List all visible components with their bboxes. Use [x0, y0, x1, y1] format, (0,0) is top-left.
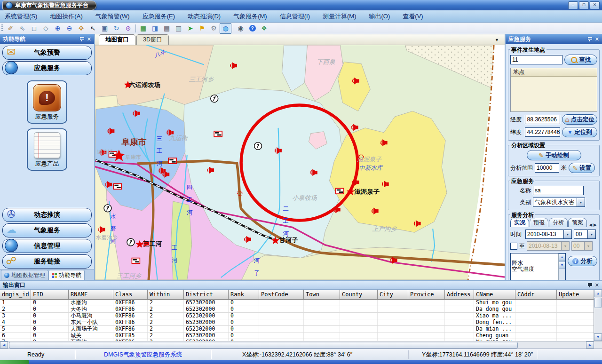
service-name-input[interactable]: sa	[533, 186, 584, 195]
dropdown-arrow-icon[interactable]: ▼	[577, 198, 585, 207]
column-header-Within[interactable]: Within	[148, 290, 184, 299]
latitude-input[interactable]: 44.22778446	[525, 127, 560, 137]
column-header-CAddr[interactable]: CAddr	[515, 290, 557, 299]
restore-button[interactable]: □	[579, 1, 589, 9]
menu-item-w[interactable]: 气象预警(W)	[95, 12, 130, 21]
table-row[interactable]: 10水磨沟0XFF8626523020000Shui mo gou	[0, 300, 594, 306]
print-preview-icon[interactable]: ▥	[173, 23, 184, 34]
table-row[interactable]: 60城关0XFF8526523020000Cheng guan	[0, 332, 594, 339]
tool-button-0[interactable]: !应急服务	[27, 80, 67, 124]
analysis-tab-1[interactable]: 预报	[530, 218, 548, 227]
start-button-fragment[interactable]	[0, 360, 29, 364]
table-row[interactable]: 40东风一小队0XFF8626523020000Dong fen...	[0, 319, 594, 326]
dropdown-arrow-icon[interactable]: ▼	[587, 229, 596, 239]
close-icon[interactable]: ✕	[595, 283, 599, 287]
menu-item-o[interactable]: 输出(O)	[369, 12, 390, 21]
menu-item-i[interactable]: 信息管理(I)	[280, 12, 310, 21]
pan-icon[interactable]: ✥	[75, 23, 87, 34]
column-header-Town[interactable]: Town	[304, 290, 340, 299]
menu-item-m[interactable]: 气象服务(M)	[233, 12, 267, 21]
place-list[interactable]: 地点	[510, 68, 597, 112]
column-header-dmgis_id[interactable]: dmgis_id	[0, 290, 31, 299]
location-search-input[interactable]: 11	[510, 55, 562, 64]
table-row[interactable]: 20大冬沟0XFF8626523020000Da dong gou	[0, 306, 594, 313]
list-item[interactable]: 空气温度	[511, 266, 558, 272]
full-extent-icon[interactable]: ▣	[99, 23, 111, 34]
toolbar-grip[interactable]	[1, 24, 3, 32]
list-scrollbar[interactable]: ▲ ▼	[558, 253, 565, 280]
help-icon[interactable]: ?	[246, 23, 258, 34]
measure-icon[interactable]: ✐	[5, 23, 16, 34]
column-header-Update[interactable]: Update	[557, 290, 594, 299]
menu-item-s[interactable]: 系统管理(S)	[5, 12, 37, 21]
map-canvas[interactable]: 六运湖农场三工河乡下西泉九运街阜康市城关镇阜康市滋泥泉子中新水库小泉牧场上户沟乡…	[95, 45, 505, 280]
vertical-scrollbar[interactable]: ▲ ▼	[594, 290, 602, 341]
column-header-County[interactable]: County	[340, 290, 378, 299]
left-tab-1[interactable]: 功能导航	[48, 270, 85, 280]
table-row[interactable]: 30小马厩沟0XFF8626523020000Xiao ma ...	[0, 313, 594, 319]
map-tab-1[interactable]: 3D窗口	[136, 34, 169, 45]
minimize-button[interactable]: –	[568, 1, 578, 9]
column-header-FID[interactable]: FID	[31, 290, 69, 299]
close-icon[interactable]: ✕	[87, 37, 91, 41]
map-tab-0[interactable]: 地图窗口	[99, 34, 135, 45]
column-header-CName[interactable]: CName	[474, 290, 515, 299]
settings-icon[interactable]: ⚙	[208, 23, 220, 34]
pin-icon[interactable]	[587, 37, 592, 41]
export-image-icon[interactable]: ◨	[149, 23, 161, 34]
globe-icon[interactable]: ◍	[220, 23, 231, 34]
tool-button-1[interactable]: 应急产品	[27, 128, 67, 171]
nav-button-bottom-1[interactable]: ☁气象服务	[2, 223, 92, 237]
scroll-thumb[interactable]	[9, 342, 518, 348]
search-button[interactable]: 查找	[564, 55, 597, 65]
horizontal-scrollbar[interactable]: ◀ ▶	[0, 341, 602, 348]
eye-icon[interactable]: ◉	[235, 23, 246, 34]
pin-icon[interactable]	[587, 283, 592, 287]
column-header-Provice[interactable]: Provice	[408, 290, 445, 299]
tab-scroll-arrows[interactable]: ◀▶	[589, 222, 597, 227]
menu-item-d[interactable]: 动态推演(D)	[188, 12, 221, 21]
table-body[interactable]: 10水磨沟0XFF8626523020000Shui mo gou20大冬沟0X…	[0, 300, 594, 341]
zoom-out-icon[interactable]: ⊖	[63, 23, 75, 34]
menu-item-e[interactable]: 应急服务(E)	[143, 12, 175, 21]
column-header-Class[interactable]: Class	[113, 290, 148, 299]
pin-icon[interactable]	[79, 37, 84, 41]
pointer-icon[interactable]: ↖	[87, 23, 99, 34]
close-icon[interactable]: ✕	[595, 37, 599, 41]
date-select[interactable]: 2010-08-13 ▼	[525, 229, 572, 239]
column-header-District[interactable]: District	[184, 290, 229, 299]
column-header-City[interactable]: City	[378, 290, 408, 299]
pin-icon[interactable]: ⚑	[196, 23, 208, 34]
close-button[interactable]: ✕	[590, 1, 600, 9]
print-icon[interactable]: ▤	[161, 23, 173, 34]
longitude-input[interactable]: 88.3625506	[525, 115, 560, 124]
to-checkbox[interactable]	[510, 243, 517, 250]
select-rect-icon[interactable]: ◻	[28, 23, 40, 34]
range-input[interactable]: 10000	[535, 163, 559, 173]
map-icon[interactable]: ▦	[137, 23, 149, 34]
analysis-tab-3[interactable]: 预案	[568, 218, 587, 227]
dropdown-arrow-icon[interactable]: ▼	[563, 229, 572, 239]
nav-button-1[interactable]: 应急服务	[2, 61, 92, 75]
select-poly-icon[interactable]: ◇	[40, 23, 52, 34]
element-list[interactable]: 降水空气温度 ▲ ▼	[510, 253, 566, 280]
menu-item-a[interactable]: 地图操作(A)	[50, 12, 82, 21]
left-tab-0[interactable]: 地图数据管理	[1, 270, 48, 280]
nav-button-0[interactable]: ✉气象预警	[2, 46, 92, 60]
refresh-icon[interactable]: ↻	[111, 23, 122, 34]
column-header-RNAME[interactable]: RNAME	[69, 290, 113, 299]
analysis-tab-0[interactable]: 实况	[510, 218, 529, 227]
scroll-thumb[interactable]	[594, 298, 602, 308]
analysis-tab-2[interactable]: 分析	[549, 218, 568, 227]
analyze-button[interactable]: i 分析	[568, 256, 597, 266]
menu-item-m[interactable]: 测量计算(M)	[323, 12, 356, 21]
type-select[interactable]: 气象和洪水灾害 ▼	[533, 198, 585, 207]
pick-icon[interactable]: ➤	[184, 23, 196, 34]
column-header-Address[interactable]: Address	[445, 290, 474, 299]
locate-to-button[interactable]: ▼ 定位到	[562, 127, 597, 137]
zoom-in-icon[interactable]: ⊕	[52, 23, 63, 34]
menu-item-v[interactable]: 查看(V)	[403, 12, 423, 21]
scene-icon[interactable]: ❖	[258, 23, 270, 34]
manual-draw-button[interactable]: ✎ 手动绘制	[527, 150, 581, 160]
table-header-row[interactable]: dmgis_idFIDRNAMEClassWithinDistrictRankP…	[0, 290, 594, 300]
